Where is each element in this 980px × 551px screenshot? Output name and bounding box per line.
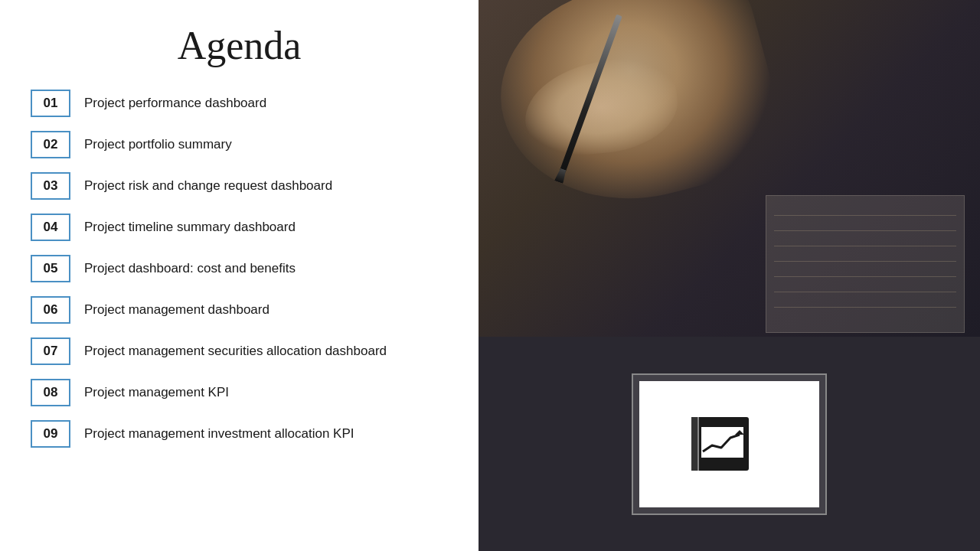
item-number: 01 bbox=[31, 90, 70, 117]
chart-trend-icon bbox=[688, 413, 772, 474]
item-label: Project dashboard: cost and benefits bbox=[84, 260, 296, 277]
notebook-decoration bbox=[766, 195, 965, 333]
notebook-line bbox=[774, 276, 956, 277]
page-title: Agenda bbox=[31, 23, 448, 68]
photo-background bbox=[479, 0, 980, 341]
agenda-item: 02Project portfolio summary bbox=[31, 125, 448, 165]
agenda-item: 05Project dashboard: cost and benefits bbox=[31, 249, 448, 289]
item-label: Project management dashboard bbox=[84, 302, 270, 318]
item-label: Project timeline summary dashboard bbox=[84, 219, 296, 236]
item-number: 08 bbox=[31, 379, 70, 406]
agenda-item: 06Project management dashboard bbox=[31, 290, 448, 330]
item-number: 06 bbox=[31, 296, 70, 324]
item-number: 07 bbox=[31, 337, 70, 365]
item-number: 02 bbox=[31, 131, 70, 158]
card-outer bbox=[632, 373, 827, 515]
notebook-line bbox=[774, 307, 956, 308]
svg-rect-4 bbox=[697, 417, 699, 471]
item-label: Project management KPI bbox=[84, 384, 229, 401]
item-number: 03 bbox=[31, 172, 70, 200]
item-label: Project portfolio summary bbox=[84, 136, 232, 153]
svg-rect-1 bbox=[701, 427, 743, 458]
agenda-item: 01Project performance dashboard bbox=[31, 83, 448, 123]
item-number: 05 bbox=[31, 255, 70, 282]
item-label: Project risk and change request dashboar… bbox=[84, 178, 332, 194]
item-label: Project management investment allocation… bbox=[84, 425, 354, 442]
item-label: Project management securities allocation… bbox=[84, 343, 387, 360]
agenda-item: 09Project management investment allocati… bbox=[31, 414, 448, 454]
item-number: 04 bbox=[31, 214, 70, 241]
agenda-item: 04Project timeline summary dashboard bbox=[31, 207, 448, 247]
item-number: 09 bbox=[31, 420, 70, 448]
bottom-section bbox=[479, 337, 980, 551]
agenda-item: 07Project management securities allocati… bbox=[31, 331, 448, 371]
agenda-item: 03Project risk and change request dashbo… bbox=[31, 166, 448, 206]
agenda-list: 01Project performance dashboard02Project… bbox=[31, 83, 448, 454]
notebook-line bbox=[774, 215, 956, 216]
agenda-item: 08Project management KPI bbox=[31, 373, 448, 412]
notebook-line bbox=[774, 261, 956, 262]
notebook-line bbox=[774, 230, 956, 231]
left-panel: Agenda 01Project performance dashboard02… bbox=[0, 0, 479, 551]
notebook-line bbox=[774, 292, 956, 292]
card-inner bbox=[639, 381, 819, 507]
item-label: Project performance dashboard bbox=[84, 95, 266, 112]
notebook-line bbox=[774, 246, 956, 246]
right-panel bbox=[479, 0, 980, 551]
